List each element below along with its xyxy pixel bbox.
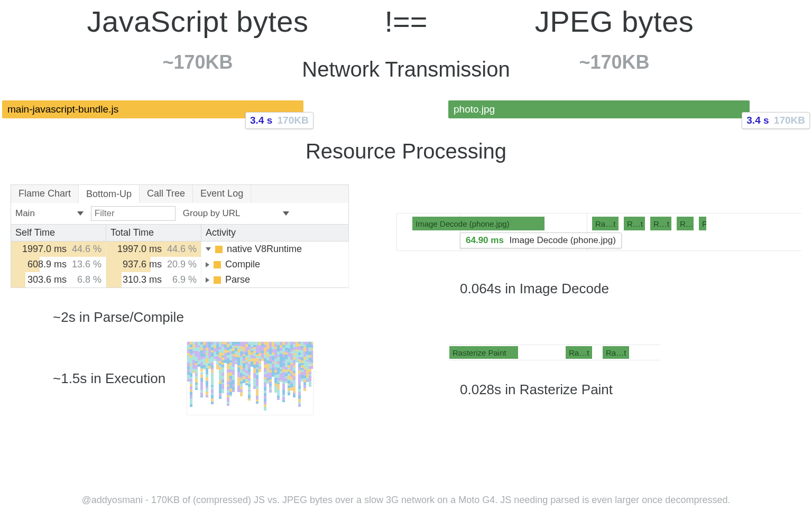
decode-block[interactable]: R…t <box>624 217 645 230</box>
tab-bottomup[interactable]: Bottom-Up <box>79 185 140 203</box>
chevron-right-icon[interactable] <box>206 262 209 267</box>
time-cell: 1997.0 ms44.6 % <box>11 241 106 257</box>
jpeg-title: JPEG bytes <box>448 4 780 39</box>
decode-tooltip: 64.90 ms Image Decode (phone.jpg) <box>460 233 622 248</box>
footer-credit: @addyosmani - 170KB of (compressed) JS v… <box>0 495 812 506</box>
devtools-tabs: Flame Chart Bottom-Up Call Tree Event Lo… <box>11 184 349 203</box>
decode-timeline: 64.90 ms Image Decode (phone.jpg) Image … <box>396 213 801 251</box>
decode-tooltip-time: 64.90 ms <box>466 235 504 245</box>
js-net-col: main-javascript-bundle.js 3.4 s 170KB <box>2 100 364 118</box>
headline-row: JavaScript bytes !== JPEG bytes <box>0 4 812 39</box>
col-activity[interactable]: Activity <box>201 225 349 241</box>
jpeg-col: JPEG bytes <box>448 4 780 39</box>
chevron-down-icon <box>77 211 84 216</box>
groupby-dropdown[interactable]: Group by URL <box>183 208 289 219</box>
chevron-down-icon <box>283 211 289 216</box>
chevron-down-icon[interactable] <box>206 247 211 251</box>
decode-panel: 64.90 ms Image Decode (phone.jpg) Image … <box>396 184 801 326</box>
time-cell: 937.6 ms20.9 % <box>106 257 201 272</box>
tab-eventlog[interactable]: Event Log <box>193 185 251 203</box>
raster-timeline: Rasterize PaintRa…tRa…t <box>449 345 661 360</box>
rp-section-title: Resource Processing <box>0 140 812 163</box>
rp-row: Flame Chart Bottom-Up Call Tree Event Lo… <box>0 184 812 326</box>
summary-img-raster: 0.028s in Rasterize Paint <box>460 382 801 398</box>
jpeg-net-badge: 3.4 s 170KB <box>742 112 810 129</box>
table-header-row: Self Time Total Time Activity <box>11 225 349 241</box>
table-row[interactable]: 303.6 ms6.8 %310.3 ms6.9 %Parse <box>11 272 349 288</box>
activity-label: native V8Runtime <box>227 244 302 255</box>
scripting-swatch-icon <box>214 276 221 284</box>
js-net-kb: 170KB <box>278 115 309 126</box>
summary-js-parse: ~2s in Parse/Compile <box>53 309 349 326</box>
decode-block[interactable]: Image Decode (phone.jpg) <box>412 217 545 230</box>
time-cell: 608.9 ms13.6 % <box>11 257 106 272</box>
raster-block[interactable]: Ra…t <box>566 346 592 359</box>
decode-tooltip-name: Image Decode (phone.jpg) <box>510 235 616 245</box>
scripting-swatch-icon <box>215 246 223 253</box>
col-self[interactable]: Self Time <box>11 225 106 241</box>
js-net-time: 3.4 s <box>250 115 272 126</box>
summary-img-decode: 0.064s in Image Decode <box>460 281 801 297</box>
time-cell: 1997.0 ms44.6 % <box>106 241 201 257</box>
jpeg-net-col: photo.jpg 3.4 s 170KB <box>448 100 810 118</box>
tab-calltree[interactable]: Call Tree <box>140 185 193 203</box>
jpeg-net-time: 3.4 s <box>746 115 769 126</box>
activity-cell: Compile <box>201 257 349 272</box>
decode-block[interactable]: R… <box>677 217 694 230</box>
activity-cell: Parse <box>201 272 349 288</box>
table-row[interactable]: 608.9 ms13.6 %937.6 ms20.9 %Compile <box>11 257 349 272</box>
tab-flame[interactable]: Flame Chart <box>11 185 79 203</box>
chevron-right-icon[interactable] <box>206 277 209 283</box>
raster-right: Rasterize PaintRa…tRa…t 0.028s in Raster… <box>396 341 801 415</box>
activity-cell: native V8Runtime <box>201 241 349 257</box>
scripting-swatch-icon <box>214 261 221 268</box>
decode-block[interactable]: Ra…t <box>592 217 619 230</box>
time-cell: 310.3 ms6.9 % <box>106 272 201 288</box>
bottomup-table: Self Time Total Time Activity 1997.0 ms4… <box>11 225 349 288</box>
devtools-filters: Main Group by URL <box>11 203 349 225</box>
col-total[interactable]: Total Time <box>106 225 201 241</box>
js-net-badge: 3.4 s 170KB <box>245 112 313 129</box>
filter-input[interactable] <box>91 206 176 221</box>
groupby-dd-label: Group by URL <box>183 208 241 219</box>
decode-block[interactable]: F <box>699 217 706 230</box>
js-col: JavaScript bytes <box>32 4 364 39</box>
activity-label: Compile <box>225 259 260 270</box>
raster-block[interactable]: Ra…t <box>603 346 629 359</box>
not-equal: !== <box>364 4 448 39</box>
activity-label: Parse <box>225 274 250 285</box>
decode-block[interactable]: R…t <box>650 217 671 230</box>
jpeg-net-kb: 170KB <box>774 115 805 126</box>
devtools-panel: Flame Chart Bottom-Up Call Tree Event Lo… <box>11 184 349 326</box>
raster-block[interactable]: Rasterize Paint <box>449 346 518 359</box>
network-row: main-javascript-bundle.js 3.4 s 170KB ph… <box>0 100 812 118</box>
flame-chart-thumb <box>187 341 313 415</box>
table-row[interactable]: 1997.0 ms44.6 %1997.0 ms44.6 %native V8R… <box>11 241 349 257</box>
summary-js-exec: ~1.5s in Execution <box>53 370 165 387</box>
thread-dropdown[interactable]: Main <box>15 208 84 219</box>
js-title: JavaScript bytes <box>32 4 364 39</box>
jpeg-net-bar: photo.jpg <box>448 100 750 118</box>
time-cell: 303.6 ms6.8 % <box>11 272 106 288</box>
raster-row: ~1.5s in Execution Rasterize PaintRa…tRa… <box>0 341 812 415</box>
thread-dd-label: Main <box>15 208 35 219</box>
raster-left: ~1.5s in Execution <box>11 341 349 415</box>
